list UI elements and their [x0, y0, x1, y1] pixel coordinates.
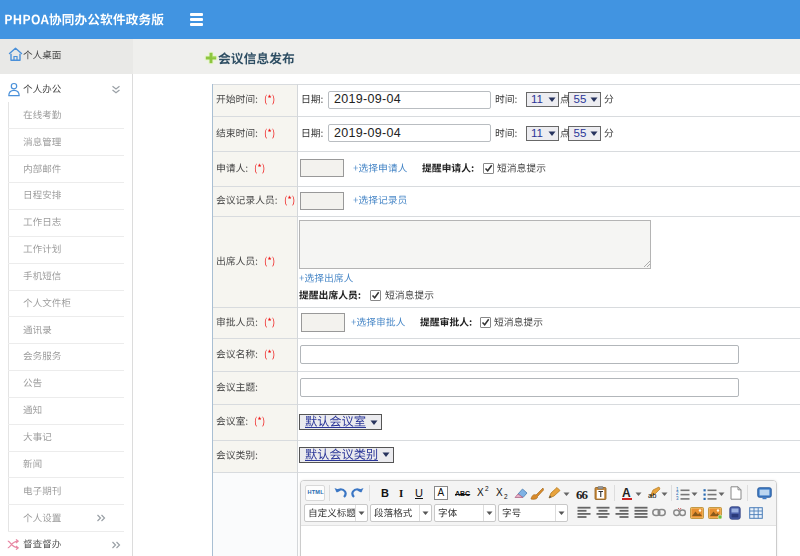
svg-text:3: 3 [676, 495, 679, 499]
